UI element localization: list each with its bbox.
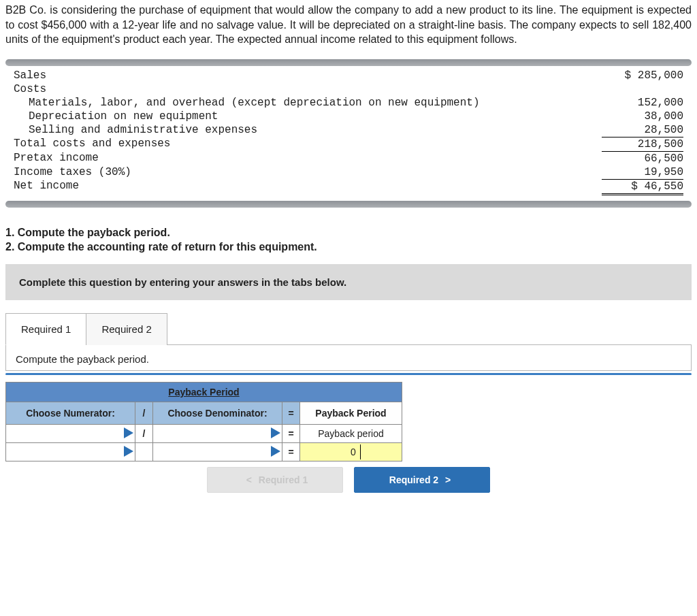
- chevron-right-icon: [271, 427, 280, 438]
- scrollbar-bottom[interactable]: [5, 201, 692, 208]
- depreciation-value: 38,000: [602, 110, 683, 123]
- divide-op-2: [135, 442, 153, 461]
- payback-title: Payback Period: [6, 382, 402, 402]
- denominator-input[interactable]: [153, 442, 282, 461]
- sales-value: $ 285,000: [602, 69, 683, 82]
- problem-statement: B2B Co. is considering the purchase of e…: [5, 3, 692, 47]
- question-list: 1. Compute the payback period. 2. Comput…: [5, 225, 692, 255]
- taxes-value: 19,950: [602, 165, 683, 179]
- equals-header: =: [282, 402, 300, 424]
- result-label: Payback period: [300, 424, 402, 442]
- pretax-value: 66,500: [602, 151, 683, 165]
- numerator-header: Choose Numerator:: [6, 402, 135, 424]
- tab-instruction: Compute the payback period.: [5, 345, 692, 371]
- divide-op: /: [135, 424, 153, 442]
- divide-header: /: [135, 402, 153, 424]
- prev-button: < Required 1: [207, 467, 343, 493]
- total-costs-label: Total costs and expenses: [14, 137, 602, 151]
- denominator-header: Choose Denominator:: [153, 402, 282, 424]
- question-2: 2. Compute the accounting rate of return…: [5, 241, 317, 253]
- selling-label: Selling and administrative expenses: [14, 123, 602, 137]
- chevron-right-icon: >: [441, 474, 455, 485]
- materials-value: 152,000: [602, 96, 683, 110]
- chevron-left-icon: <: [242, 474, 256, 485]
- equals-op-2: =: [282, 442, 300, 461]
- denominator-dropdown[interactable]: [153, 424, 282, 442]
- instruction-banner: Complete this question by entering your …: [5, 264, 692, 300]
- question-1: 1. Compute the payback period.: [5, 227, 170, 238]
- chevron-right-icon: [271, 446, 280, 457]
- chevron-right-icon: [124, 446, 133, 457]
- income-statement-table: Sales $ 285,000 Costs Materials, labor, …: [14, 69, 683, 195]
- next-button[interactable]: Required 2 >: [354, 467, 490, 493]
- tab-bar: Required 1 Required 2: [5, 312, 692, 345]
- scrollbar-top[interactable]: [5, 59, 692, 66]
- equals-op-1: =: [282, 424, 300, 442]
- total-costs-value: 218,500: [602, 137, 683, 151]
- tab-required-2[interactable]: Required 2: [86, 313, 167, 345]
- numerator-dropdown[interactable]: [6, 424, 135, 442]
- taxes-label: Income taxes (30%): [14, 165, 602, 179]
- costs-label: Costs: [14, 82, 602, 96]
- selling-value: 28,500: [602, 123, 683, 137]
- divider: [5, 373, 692, 375]
- result-value-cell[interactable]: 0: [300, 442, 402, 461]
- net-income-label: Net income: [14, 179, 602, 195]
- numerator-input[interactable]: [6, 442, 135, 461]
- chevron-right-icon: [124, 427, 133, 438]
- payback-table: Payback Period Choose Numerator: / Choos…: [5, 382, 404, 461]
- pretax-label: Pretax income: [14, 151, 602, 165]
- materials-label: Materials, labor, and overhead (except d…: [14, 96, 602, 110]
- tab-required-1[interactable]: Required 1: [5, 313, 86, 345]
- result-header: Payback Period: [300, 402, 402, 424]
- net-income-value: $ 46,550: [602, 179, 683, 195]
- depreciation-label: Depreciation on new equipment: [14, 110, 602, 123]
- sales-label: Sales: [14, 69, 602, 82]
